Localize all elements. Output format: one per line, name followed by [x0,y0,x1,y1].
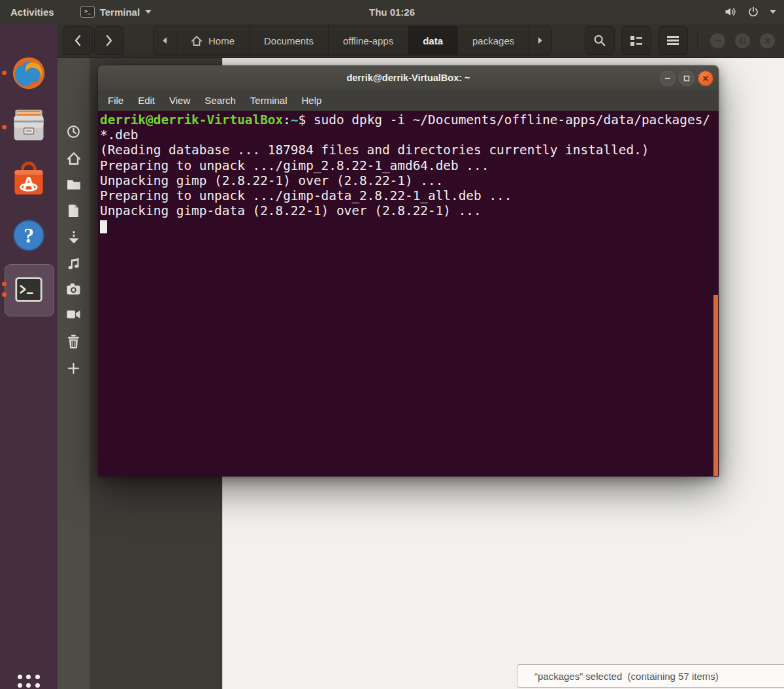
forward-button[interactable] [94,26,124,55]
terminal-output-line: (Reading database ... 187984 files and d… [98,143,719,158]
music-icon [67,257,80,271]
home-icon [191,35,203,46]
sidebar-item-music[interactable] [57,257,90,271]
menu-file[interactable]: File [101,95,131,106]
terminal-screen[interactable]: derrik@derrik-VirtualBox:~$ sudo dpkg -i… [98,111,719,477]
sidebar-item-videos[interactable] [57,309,90,320]
prompt-user-host: derrik@derrik-VirtualBox [100,112,283,127]
terminal-prompt-line: derrik@derrik-VirtualBox:~$ sudo dpkg -i… [98,112,719,127]
power-icon[interactable] [747,6,759,18]
files-sidebar-iconstrip [57,58,90,689]
camera-icon [67,283,80,295]
terminal-output-line: Preparing to unpack .../gimp_2.8.22-1_am… [98,158,719,173]
dock-firefox-button[interactable] [0,52,57,93]
terminal-scrollbar[interactable] [713,295,718,476]
terminal-cursor [100,220,107,233]
breadcrumb-label: Documents [264,35,314,46]
terminal-output-line: Unpacking gimp-data (2.8.22-1) over (2.8… [98,203,719,218]
terminal-window: derrik@derrik-VirtualBox: ~ File Edit Vi… [98,65,719,477]
clock-icon [67,125,80,139]
menu-button[interactable] [658,26,688,55]
sidebar-item-new-bookmark[interactable] [57,363,90,374]
prompt-dollar: $ [299,112,314,127]
dock-terminal-button[interactable] [0,270,57,309]
menu-edit[interactable]: Edit [131,95,162,106]
prompt-colon: : [283,112,291,127]
terminal-maximize-button[interactable] [679,71,694,86]
dock-software-button[interactable]: A [0,160,57,199]
breadcrumb-label: offline-apps [343,35,393,46]
video-camera-icon [67,309,80,320]
files-minimize-button[interactable] [710,33,725,48]
terminal-menubar: File Edit View Search Terminal Help [98,90,719,111]
breadcrumb-label: Home [208,35,235,46]
help-icon: ? [10,217,47,254]
chevron-right-icon [105,35,114,46]
terminal-command: sudo dpkg -i ~/Documents/offline-apps/da… [314,112,710,127]
maximize-icon [740,37,746,44]
system-menu-chevron-icon[interactable] [770,10,776,14]
hamburger-icon [667,36,679,45]
close-icon [764,37,771,44]
trash-icon [67,335,80,348]
breadcrumb-data-current[interactable]: data [408,26,457,55]
document-icon [68,204,79,218]
sidebar-item-downloads[interactable] [57,231,90,244]
folder-icon [67,178,81,190]
minimize-icon [664,75,671,82]
breadcrumb-label: data [423,35,443,46]
dock-files-button[interactable] [0,106,57,145]
triangle-right-icon [538,37,543,44]
view-options-button[interactable] [621,26,651,55]
selection-status-text: “packages” selected (containing 57 items… [517,671,719,682]
top-bar: Activities >_ Terminal Thu 01:26 [0,0,784,24]
svg-text:?: ? [24,224,34,247]
menu-search[interactable]: Search [197,95,243,106]
files-close-button[interactable] [760,33,775,48]
terminal-output-line: Preparing to unpack .../gimp-data_2.8.22… [98,188,719,203]
breadcrumb-home[interactable]: Home [176,26,249,55]
sidebar-item-documents[interactable] [57,204,90,218]
dock-help-button[interactable]: ? [0,217,57,254]
sidebar-item-desktop[interactable] [57,178,90,190]
terminal-close-button[interactable] [698,71,713,86]
breadcrumb-packages[interactable]: packages [457,26,529,55]
breadcrumb-documents[interactable]: Documents [249,26,328,55]
menu-help[interactable]: Help [295,95,329,106]
terminal-output-line: Unpacking gimp (2.8.22-1) over (2.8.22-1… [98,173,719,188]
ubuntu-software-icon: A [9,160,48,199]
files-maximize-button[interactable] [735,33,750,48]
sidebar-item-trash[interactable] [57,335,90,348]
clock[interactable]: Thu 01:26 [0,7,784,18]
toolbar-separator [697,31,698,50]
list-view-icon [630,35,643,46]
search-button[interactable] [585,26,615,55]
plus-icon [68,363,79,374]
chevron-left-icon [73,35,82,46]
status-bar: “packages” selected (containing 57 items… [517,664,784,688]
file-cabinet-icon [9,106,48,145]
sidebar-item-recent[interactable] [57,125,90,139]
home-icon [67,152,81,165]
search-icon [593,34,606,47]
back-button[interactable] [63,26,93,55]
breadcrumb-scroll-right[interactable] [529,26,551,55]
terminal-output-line: *.deb [98,127,719,143]
breadcrumb-scroll-left[interactable] [154,26,176,55]
menu-terminal[interactable]: Terminal [243,95,295,106]
terminal-minimize-button[interactable] [660,71,676,86]
terminal-window-title: derrik@derrik-VirtualBox: ~ [346,73,470,83]
sidebar-item-pictures[interactable] [57,283,90,295]
terminal-titlebar[interactable]: derrik@derrik-VirtualBox: ~ [98,65,719,91]
breadcrumb-label: packages [472,35,514,46]
terminal-cursor-line [98,218,719,233]
sidebar-item-home[interactable] [57,152,90,165]
breadcrumb: Home Documents offline-apps data package… [153,25,552,56]
show-applications-button[interactable] [16,673,42,689]
breadcrumb-offline-apps[interactable]: offline-apps [328,26,408,55]
download-icon [67,231,80,244]
volume-icon[interactable] [724,5,737,18]
minimize-icon [715,37,721,44]
files-toolbar: Home Documents offline-apps data package… [57,24,784,58]
menu-view[interactable]: View [162,95,197,106]
